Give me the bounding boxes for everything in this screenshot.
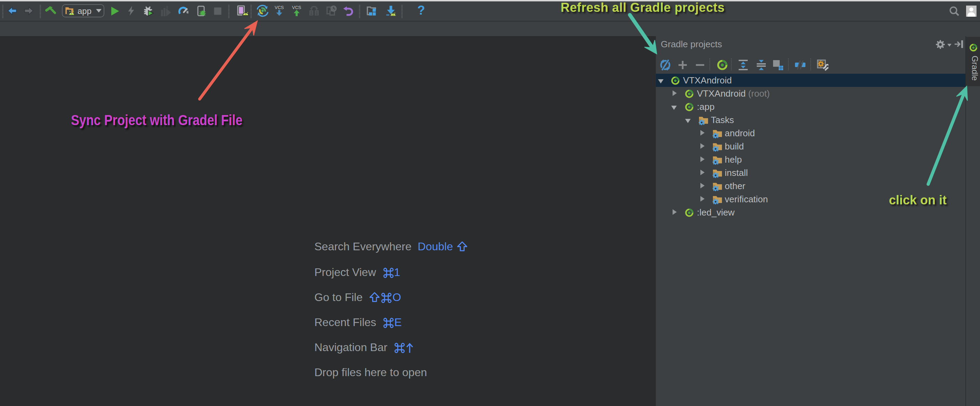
svg-text:VCS: VCS xyxy=(292,5,301,10)
svg-text:VCS: VCS xyxy=(274,5,283,10)
